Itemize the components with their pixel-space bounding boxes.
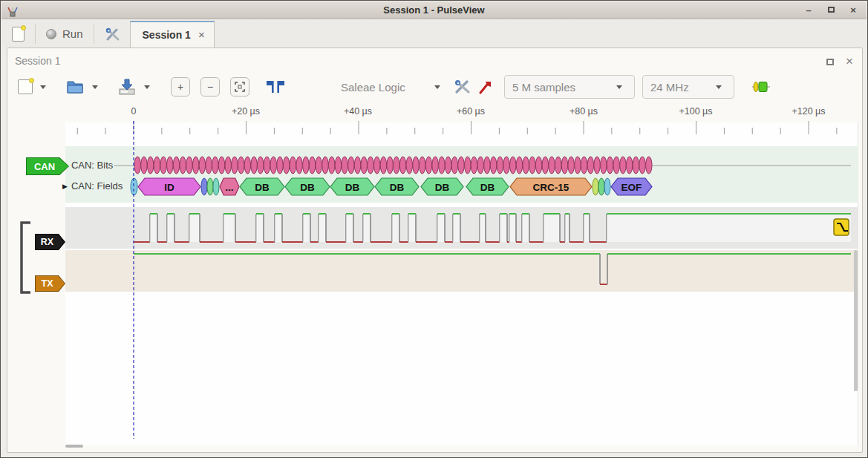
session-close-button[interactable]: × — [846, 54, 853, 69]
tx-band — [65, 250, 858, 292]
expand-arrow-icon[interactable]: ▶ — [62, 183, 68, 190]
add-decoder-button[interactable] — [748, 75, 774, 99]
configure-device-button[interactable] — [451, 75, 474, 99]
settings-button[interactable] — [99, 23, 127, 45]
sample-rate-value: 24 MHz — [650, 81, 691, 94]
zoom-fit-button[interactable] — [230, 77, 249, 96]
new-view-button[interactable] — [15, 75, 36, 99]
decode-row-fields[interactable]: ▶ CAN: Fields — [62, 180, 123, 192]
titlebar: Session 1 - PulseView – × — [1, 1, 867, 19]
device-selector[interactable]: Saleae Logic — [341, 81, 445, 94]
device-name: Saleae Logic — [341, 81, 430, 94]
session-window: Session 1 × — [7, 48, 863, 453]
zoom-fit-icon — [235, 82, 245, 92]
chevron-down-icon[interactable] — [40, 85, 46, 89]
run-label: Run — [62, 27, 83, 40]
decode-row-bits[interactable]: ▶ CAN: Bits — [62, 160, 113, 171]
new-session-button[interactable] — [6, 23, 30, 45]
decode-row-bits-label: CAN: Bits — [71, 160, 113, 171]
probe-icon — [477, 79, 494, 95]
chevron-down-icon — [434, 85, 440, 89]
session-toolbar: + − Saleae Logic — [7, 71, 862, 103]
zoom-in-button[interactable]: + — [171, 77, 190, 96]
chevron-down-icon[interactable] — [144, 85, 150, 89]
main-toolbar: Run Session 1 × — [1, 20, 867, 48]
sample-count-value: 5 M samples — [512, 81, 591, 94]
wrench-screwdriver-icon — [105, 27, 121, 42]
wrench-screwdriver-icon — [454, 79, 471, 95]
maximize-button[interactable] — [825, 4, 837, 16]
tab-label: Session 1 — [143, 29, 191, 41]
pulseview-window: Session 1 - PulseView – × Run Session 1 — [0, 0, 868, 458]
chevron-down-icon[interactable] — [92, 85, 98, 89]
save-button[interactable] — [114, 75, 140, 99]
open-folder-icon — [65, 79, 85, 95]
run-state-icon — [46, 29, 56, 39]
zoom-out-button[interactable]: − — [200, 77, 220, 96]
sample-rate-combo[interactable]: 24 MHz — [642, 75, 734, 99]
session-restore-button[interactable] — [826, 55, 834, 68]
decode-band — [65, 146, 858, 203]
channel-tag-rx-label: RX — [36, 235, 65, 249]
close-button[interactable]: × — [847, 4, 859, 16]
minimize-button[interactable]: – — [803, 4, 815, 16]
decode-row-fields-label: CAN: Fields — [71, 180, 123, 192]
chevron-down-icon — [716, 85, 722, 89]
toolbar-separator — [94, 24, 94, 44]
rx-band — [65, 207, 858, 249]
run-button[interactable]: Run — [40, 23, 89, 45]
trigger-markers-button[interactable] — [262, 75, 289, 99]
save-icon — [117, 78, 137, 96]
session-title: Session 1 — [15, 55, 60, 67]
decoder-icon — [751, 79, 771, 94]
horizontal-scrollbar-thumb[interactable] — [65, 445, 83, 448]
trigger-flags-icon — [265, 79, 286, 94]
decoder-tag-can-label: CAN — [27, 158, 68, 174]
chevron-down-icon — [616, 85, 622, 89]
window-title: Session 1 - PulseView — [1, 4, 867, 16]
tab-session-1[interactable]: Session 1 × — [130, 21, 215, 48]
new-view-icon — [18, 79, 33, 94]
channel-tag-tx-label: TX — [36, 276, 65, 291]
open-button[interactable] — [62, 75, 88, 99]
channels-button[interactable] — [474, 75, 497, 99]
sample-count-combo[interactable]: 5 M samples — [504, 75, 635, 99]
vertical-scrollbar-thumb[interactable] — [854, 250, 858, 391]
tab-close-icon[interactable]: × — [198, 28, 205, 41]
toolbar-separator — [35, 24, 36, 44]
new-file-icon — [12, 27, 25, 42]
